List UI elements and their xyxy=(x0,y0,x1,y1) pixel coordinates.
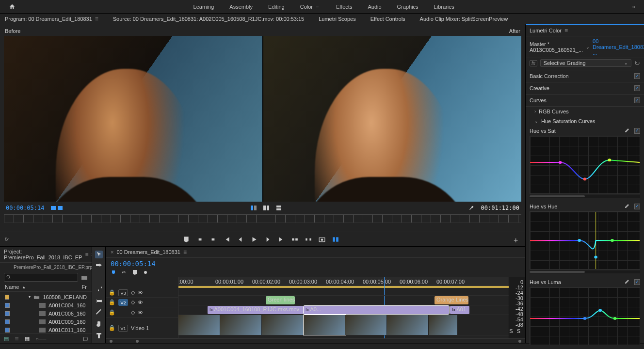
track-header-v1spacer[interactable]: 🔒V◇👁 xyxy=(106,307,178,318)
clip-item[interactable]: A001C006_160 xyxy=(48,311,85,317)
eyedropper-icon[interactable] xyxy=(624,279,629,285)
program-timecode[interactable]: 00:00:05:14 xyxy=(6,205,44,211)
track-header-v1[interactable]: 🔒V1Video 1 xyxy=(106,318,178,338)
list-view-icon[interactable]: ▤ xyxy=(4,335,9,342)
panel-menu-icon[interactable]: ≡ xyxy=(95,16,98,22)
marker-tool-icon[interactable] xyxy=(132,270,138,275)
go-out-icon[interactable] xyxy=(278,236,285,243)
program-duration[interactable]: 00:01:12:00 xyxy=(481,205,519,211)
time-ruler[interactable]: :00:00 00:00:01:00 00:00:02:00 00:00:03:… xyxy=(178,277,509,286)
folder-name[interactable]: 160508_ICELAND xyxy=(43,294,87,300)
checkbox-icon[interactable] xyxy=(634,128,640,134)
in-out-markers-icon[interactable] xyxy=(51,205,64,211)
step-fwd-icon[interactable] xyxy=(264,236,271,243)
master-clip-name[interactable]: Master * A013C005_160521_... xyxy=(530,41,583,53)
track-v2[interactable]: Green lines.mo Orange Lines.mo xyxy=(178,296,509,305)
clip-item[interactable]: A001C011_160 xyxy=(48,327,85,333)
curve-scrollbar[interactable] xyxy=(530,270,640,273)
hue-vs-sat-curve[interactable] xyxy=(530,136,640,194)
project-tree[interactable]: ▾160508_ICELAND A001C004_160 A001C006_16… xyxy=(0,292,92,333)
razor-tool-icon[interactable] xyxy=(95,286,103,293)
fx-badge-icon[interactable]: fx xyxy=(530,60,537,66)
wrench-icon[interactable] xyxy=(468,205,474,211)
icon-view-icon[interactable]: ≣ xyxy=(15,335,19,342)
zoom-slider[interactable]: ○── xyxy=(35,336,46,342)
checkbox-icon[interactable] xyxy=(634,97,640,103)
clip-item[interactable]: A001C004_160 xyxy=(48,302,85,308)
curve-scrollbar[interactable] xyxy=(530,195,640,198)
go-in-icon[interactable] xyxy=(224,236,230,243)
name-column[interactable]: Name xyxy=(5,284,19,290)
timeline-timecode[interactable]: 00:00:05:14 xyxy=(111,260,156,268)
workspace-menu-icon[interactable]: ≡ xyxy=(316,4,321,9)
hue-sat-curves-row[interactable]: ⌄Hue Saturation Curves xyxy=(526,116,644,126)
pen-tool-icon[interactable] xyxy=(95,308,103,316)
in-icon[interactable] xyxy=(196,236,203,243)
clip-a01[interactable]: fx A01 xyxy=(450,306,469,314)
checkbox-icon[interactable] xyxy=(634,73,640,79)
freeform-view-icon[interactable]: ▦ xyxy=(25,335,30,342)
preset-dropdown[interactable]: Selective Grading⌄ xyxy=(540,59,631,67)
eyedropper-icon[interactable] xyxy=(624,128,629,134)
selection-tool-icon[interactable] xyxy=(95,251,103,258)
extract-icon[interactable] xyxy=(305,236,312,243)
track-v1a[interactable]: fx A001C004_160108_R1JC.mxs.mov fx A0...… xyxy=(178,305,509,315)
checkbox-icon[interactable] xyxy=(634,204,640,209)
hue-vs-hue-curve[interactable] xyxy=(530,211,640,270)
reset-icon[interactable] xyxy=(634,60,640,66)
timeline-tracks[interactable]: :00:00 00:00:01:00 00:00:02:00 00:00:03:… xyxy=(178,277,509,338)
play-icon[interactable] xyxy=(251,236,258,243)
ws-assembly[interactable]: Assembly xyxy=(229,4,253,10)
clip-v1a[interactable]: fx A001C004_160108_R1JC.mxs.mov xyxy=(208,306,304,314)
ws-effects[interactable]: Effects xyxy=(336,4,352,10)
clip-green[interactable]: Green lines.mo xyxy=(266,296,295,304)
link-icon[interactable] xyxy=(121,270,127,275)
checkbox-icon[interactable] xyxy=(634,279,640,285)
source-panel-tab[interactable]: Source: 00 Dreamers_Edit_180831: A002C00… xyxy=(113,16,304,22)
lumetri-scopes-tab[interactable]: Lumetri Scopes xyxy=(319,16,355,22)
overflow-icon[interactable]: » xyxy=(632,3,635,10)
rgb-curves-row[interactable]: ›RGB Curves xyxy=(526,107,644,116)
ws-audio[interactable]: Audio xyxy=(368,4,381,10)
creative-section[interactable]: Creative xyxy=(526,82,644,95)
project-tab[interactable]: Project: PremierePro_Fall_2018_IBC_EP xyxy=(4,249,82,260)
ws-libraries[interactable]: Libraries xyxy=(434,4,454,10)
framerate-column[interactable]: Fr xyxy=(82,284,87,290)
settings-icon[interactable] xyxy=(143,270,148,275)
track-v1[interactable]: Cross Dissolve xyxy=(178,315,509,335)
track-v3[interactable] xyxy=(178,286,509,296)
compare-vsplit-icon[interactable] xyxy=(263,205,269,211)
ripple-tool-icon[interactable] xyxy=(95,274,103,282)
out-icon[interactable] xyxy=(210,236,217,243)
type-tool-icon[interactable] xyxy=(95,332,103,339)
compare-side-icon[interactable] xyxy=(251,205,257,211)
hand-tool-icon[interactable] xyxy=(95,320,103,328)
audio-mixer-tab[interactable]: Audio Clip Mixer: SplitScreenPreview xyxy=(420,16,508,22)
ws-graphics[interactable]: Graphics xyxy=(397,4,419,10)
timeline-footer[interactable] xyxy=(106,338,525,343)
sequence-tab[interactable]: 00 Dreamers_Edit_180831 xyxy=(116,249,180,255)
project-search-input[interactable] xyxy=(4,273,78,282)
ws-learning[interactable]: Learning xyxy=(193,4,214,10)
slip-tool-icon[interactable] xyxy=(95,297,103,305)
sort-asc-icon[interactable]: ▲ xyxy=(22,285,26,289)
lumetri-tab[interactable]: Lumetri Color xyxy=(530,28,562,33)
export-frame-icon[interactable] xyxy=(319,236,325,243)
sequence-link[interactable]: 00 Dreamers_Edit_180831 ... xyxy=(593,38,644,56)
compare-toggle-icon[interactable] xyxy=(332,236,339,243)
clip-v1b[interactable]: fx A0... xyxy=(304,306,449,314)
eyedropper-icon[interactable] xyxy=(624,204,629,209)
track-header-v3[interactable]: 🔒V3◇👁 xyxy=(106,288,178,298)
program-ruler[interactable] xyxy=(4,214,521,223)
ws-color[interactable]: Color≡ xyxy=(300,4,321,10)
ws-editing[interactable]: Editing xyxy=(268,4,285,10)
track-header-v2[interactable]: 🔒V2◇👁 xyxy=(106,298,178,307)
track-select-tool-icon[interactable] xyxy=(95,262,103,270)
step-back-icon[interactable] xyxy=(237,236,244,243)
compare-view[interactable] xyxy=(4,36,521,202)
clip-item[interactable]: A001C009_160 xyxy=(48,319,85,325)
clip-orange[interactable]: Orange Lines.mo xyxy=(435,296,468,304)
effect-controls-tab[interactable]: Effect Controls xyxy=(370,16,405,22)
new-bin-icon[interactable] xyxy=(81,275,88,280)
checkbox-icon[interactable] xyxy=(634,85,640,91)
